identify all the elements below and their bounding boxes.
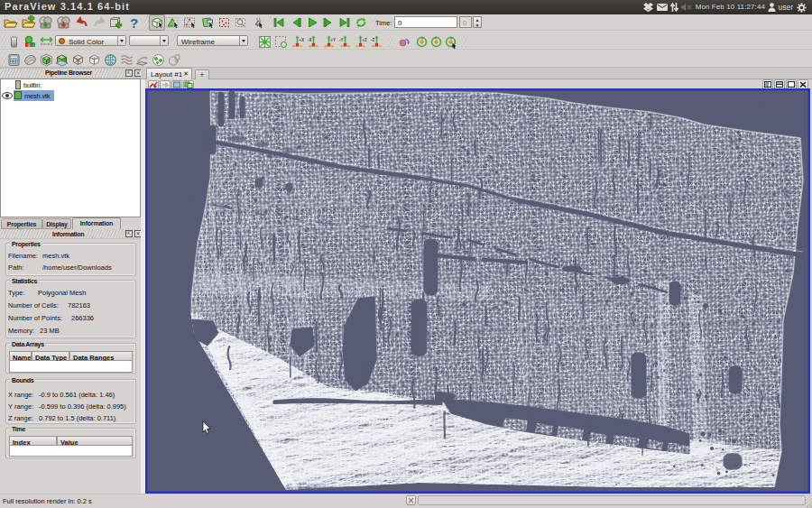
svg-text:-X: -X [308,38,312,42]
svg-text:+X: +X [299,38,304,42]
svg-text:+Y: +Y [330,38,336,42]
svg-text:+Z: +Z [363,38,368,42]
svg-text:-Y: -Y [339,38,344,42]
svg-text:-Z: -Z [371,38,374,42]
svg-text:?: ? [130,15,138,31]
